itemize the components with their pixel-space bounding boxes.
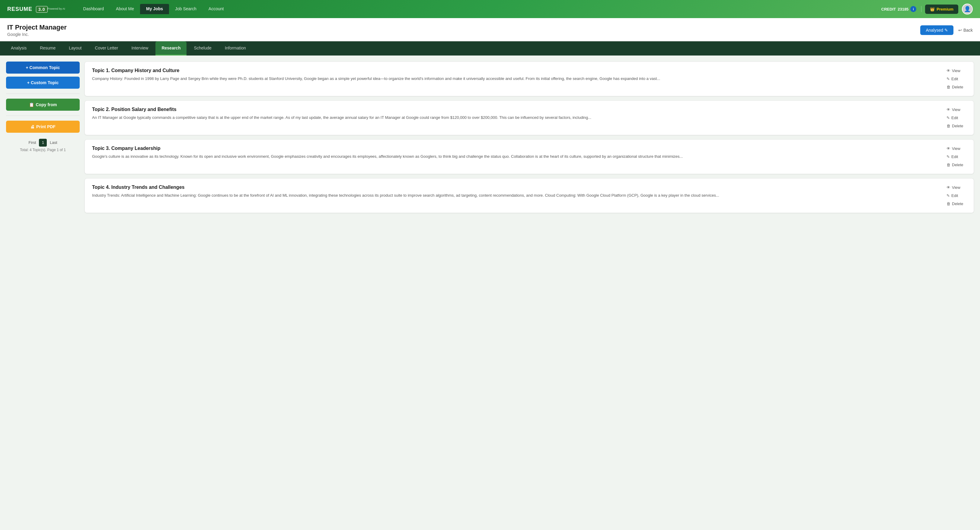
- print-pdf-button[interactable]: 🖨 Print PDF: [6, 121, 80, 133]
- view-icon-4: 👁: [947, 185, 950, 190]
- topic-title-2: Topic 2. Position Salary and Benefits: [92, 107, 942, 112]
- tab-research[interactable]: Research: [156, 41, 186, 56]
- sidebar: + Common Topic + Custom Topic 📋 Copy fro…: [6, 62, 84, 525]
- topic-title-3: Topic 3. Company Leadership: [92, 146, 942, 151]
- page-actions: Analysed ✎ ↩ Back: [920, 25, 973, 35]
- logo-name: RESUME: [7, 6, 32, 12]
- table-row: Topic 3. Company Leadership Google's cul…: [84, 140, 974, 174]
- topic-title-1: Topic 1. Company History and Culture: [92, 68, 942, 73]
- topic-title-4: Topic 4. Industry Trends and Challenges: [92, 185, 942, 190]
- nav-dashboard[interactable]: Dashboard: [77, 4, 110, 14]
- divider-2: [6, 116, 80, 116]
- last-page-label[interactable]: Last: [50, 140, 57, 145]
- topic-actions-3: 👁 View ✎ Edit 🗑 Delete: [947, 146, 967, 168]
- delete-button-2[interactable]: 🗑 Delete: [947, 123, 963, 129]
- delete-button-3[interactable]: 🗑 Delete: [947, 162, 963, 168]
- header-right: CREDIT 23185 i 👑 Premium 👤: [881, 4, 973, 14]
- edit-button-1[interactable]: ✎ Edit: [947, 76, 958, 82]
- topic-desc-4: Industry Trends: Artificial Intelligence…: [92, 192, 942, 198]
- page-header: IT Project Manager Google Inc. Analysed …: [0, 18, 980, 41]
- nav-job-search[interactable]: Job Search: [169, 4, 202, 14]
- tab-resume[interactable]: Resume: [34, 41, 62, 56]
- avatar[interactable]: 👤: [962, 4, 973, 14]
- topic-content-3: Topic 3. Company Leadership Google's cul…: [92, 146, 942, 160]
- edit-button-4[interactable]: ✎ Edit: [947, 193, 958, 198]
- custom-topic-button[interactable]: + Custom Topic: [6, 77, 80, 89]
- edit-icon-4: ✎: [947, 194, 950, 198]
- view-icon-3: 👁: [947, 146, 950, 151]
- tab-cover-letter[interactable]: Cover Letter: [89, 41, 124, 56]
- tab-information[interactable]: Information: [219, 41, 252, 56]
- back-button[interactable]: ↩ Back: [958, 28, 973, 33]
- logo-text: RESUME 3.0: [7, 6, 48, 13]
- page-title: IT Project Manager: [7, 24, 67, 32]
- topic-desc-2: An IT Manager at Google typically comman…: [92, 114, 942, 121]
- crown-icon: 👑: [930, 7, 935, 11]
- topic-content-1: Topic 1. Company History and Culture Com…: [92, 68, 942, 82]
- topic-actions-2: 👁 View ✎ Edit 🗑 Delete: [947, 107, 967, 129]
- delete-button-4[interactable]: 🗑 Delete: [947, 201, 963, 206]
- topic-actions-1: 👁 View ✎ Edit 🗑 Delete: [947, 68, 967, 90]
- logo-area: RESUME 3.0 Powered by AI: [7, 6, 65, 13]
- tab-interview[interactable]: Interview: [125, 41, 154, 56]
- credit-value: 23185: [897, 7, 908, 11]
- table-row: Topic 1. Company History and Culture Com…: [84, 62, 974, 96]
- topic-content-4: Topic 4. Industry Trends and Challenges …: [92, 185, 942, 198]
- credit-icon: i: [910, 6, 916, 12]
- first-page-label[interactable]: First: [29, 140, 36, 145]
- view-icon-1: 👁: [947, 68, 950, 73]
- total-info: Total: 4 Topic(s). Page 1 of 1: [6, 148, 80, 152]
- edit-icon-1: ✎: [947, 77, 950, 81]
- main-nav: Dashboard About Me My Jobs Job Search Ac…: [77, 4, 881, 14]
- common-topic-button[interactable]: + Common Topic: [6, 62, 80, 74]
- edit-icon-2: ✎: [947, 116, 950, 120]
- tab-analysis[interactable]: Analysis: [5, 41, 33, 56]
- edit-button-2[interactable]: ✎ Edit: [947, 115, 958, 121]
- page-info: IT Project Manager Google Inc.: [7, 24, 67, 37]
- current-page[interactable]: 1: [39, 139, 47, 147]
- premium-button[interactable]: 👑 Premium: [925, 5, 958, 14]
- pagination: First 1 Last Total: 4 Topic(s). Page 1 o…: [6, 139, 80, 152]
- copy-from-label: Copy from: [36, 102, 57, 107]
- table-row: Topic 4. Industry Trends and Challenges …: [84, 178, 974, 213]
- back-label: Back: [963, 28, 973, 33]
- view-button-1[interactable]: 👁 View: [947, 68, 960, 74]
- tab-bar: Analysis Resume Layout Cover Letter Inte…: [0, 41, 980, 56]
- delete-icon-1: 🗑: [947, 85, 950, 89]
- nav-my-jobs[interactable]: My Jobs: [140, 4, 169, 14]
- tab-schelude[interactable]: Schelude: [188, 41, 217, 56]
- topic-actions-4: 👁 View ✎ Edit 🗑 Delete: [947, 185, 967, 206]
- edit-button-3[interactable]: ✎ Edit: [947, 154, 958, 160]
- nav-account[interactable]: Account: [202, 4, 230, 14]
- logo-version: 3.0: [36, 6, 48, 13]
- copy-from-button[interactable]: 📋 Copy from: [6, 98, 80, 111]
- delete-icon-2: 🗑: [947, 124, 950, 128]
- table-row: Topic 2. Position Salary and Benefits An…: [84, 100, 974, 135]
- topic-desc-3: Google's culture is as innovative as its…: [92, 154, 942, 160]
- back-arrow-icon: ↩: [958, 28, 962, 33]
- credit-label: CREDIT: [881, 7, 896, 11]
- divider-1: [6, 94, 80, 94]
- tab-layout[interactable]: Layout: [63, 41, 88, 56]
- delete-button-1[interactable]: 🗑 Delete: [947, 84, 963, 90]
- delete-icon-4: 🗑: [947, 202, 950, 206]
- header: RESUME 3.0 Powered by AI Dashboard About…: [0, 0, 980, 18]
- nav-about-me[interactable]: About Me: [110, 4, 140, 14]
- print-pdf-label: Print PDF: [36, 124, 56, 129]
- print-icon: 🖨: [30, 124, 34, 129]
- view-button-4[interactable]: 👁 View: [947, 185, 960, 190]
- analysed-button[interactable]: Analysed ✎: [920, 25, 953, 35]
- topics-list: Topic 1. Company History and Culture Com…: [84, 62, 974, 525]
- edit-icon-3: ✎: [947, 154, 950, 159]
- analysed-label: Analysed ✎: [926, 28, 948, 33]
- topic-content-2: Topic 2. Position Salary and Benefits An…: [92, 107, 942, 121]
- view-button-3[interactable]: 👁 View: [947, 146, 960, 151]
- logo-sub: Powered by AI: [48, 7, 65, 10]
- premium-label: Premium: [937, 7, 953, 11]
- page-subtitle: Google Inc.: [7, 32, 67, 37]
- main-content: + Common Topic + Custom Topic 📋 Copy fro…: [0, 56, 980, 530]
- view-icon-2: 👁: [947, 107, 950, 112]
- view-button-2[interactable]: 👁 View: [947, 107, 960, 113]
- credit-box: CREDIT 23185 i: [881, 6, 922, 12]
- copy-icon: 📋: [29, 102, 34, 107]
